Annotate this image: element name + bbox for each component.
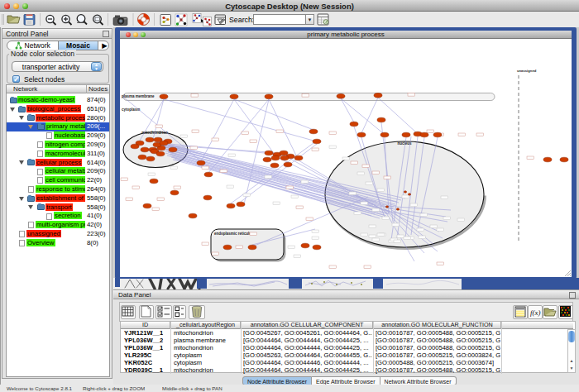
svg-text:unassigned: unassigned <box>517 69 537 73</box>
svg-text:f(x): f(x) <box>530 308 541 317</box>
svg-text:plasma membrane: plasma membrane <box>122 94 155 98</box>
svg-text:endoplasmic reticulum: endoplasmic reticulum <box>214 232 255 236</box>
